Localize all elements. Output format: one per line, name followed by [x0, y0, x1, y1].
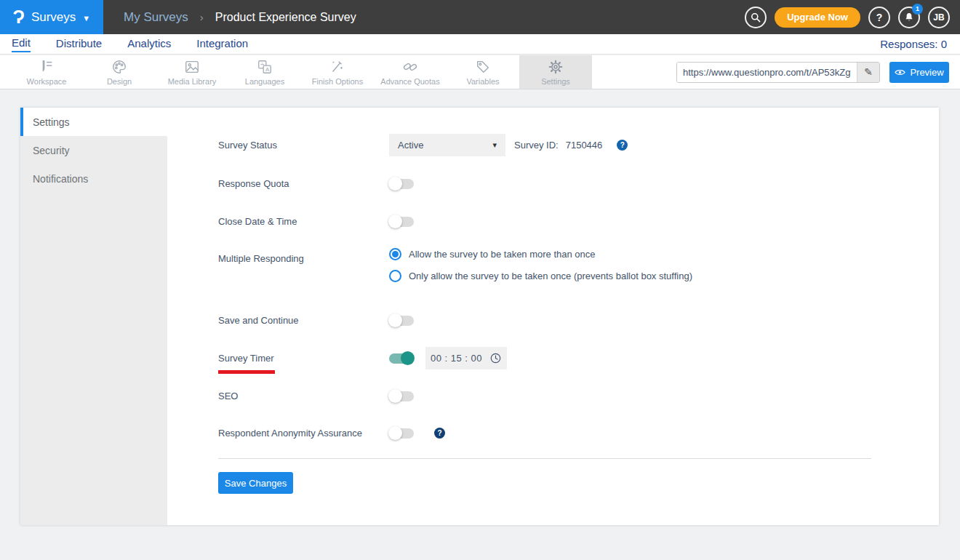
toolbar-item-finish-options[interactable]: Finish Options [301, 55, 374, 89]
save-and-continue-row: Save and Continue [218, 309, 414, 332]
toggle-knob [388, 426, 402, 440]
survey-status-row: Survey Status Active ▾ Survey ID: 715044… [218, 134, 628, 156]
survey-id-group: Survey ID: 7150446 ? [514, 140, 628, 151]
page-title: Product Experience Survey [215, 11, 356, 24]
survey-id-label: Survey ID: [514, 140, 559, 151]
languages-icon: A [257, 59, 273, 75]
tab-edit[interactable]: Edit [12, 36, 31, 52]
survey-id-value: 7150446 [566, 140, 603, 151]
sidebar-item-settings[interactable]: Settings [20, 108, 167, 136]
breadcrumb: My Surveys › Product Experience Survey [124, 10, 356, 25]
radio-option-label: Allow the survey to be taken more than o… [409, 249, 596, 260]
sidebar-item-label: Security [33, 145, 70, 156]
eye-icon [895, 68, 905, 76]
toolbar-item-advance-quotas[interactable]: Advance Quotas [374, 55, 447, 89]
caret-down-icon: ▾ [492, 140, 497, 150]
timer-duration-field[interactable]: 00 : 15 : 00 [425, 347, 507, 369]
chevron-down-icon: ▼ [82, 14, 90, 23]
question-mark-icon: ? [876, 12, 883, 23]
respondent-anonymity-help-icon[interactable]: ? [434, 428, 445, 439]
edit-toolbar: Workspace Design Media Library A Languag… [0, 55, 960, 89]
breadcrumb-separator-icon: › [200, 11, 204, 23]
tab-distribute[interactable]: Distribute [56, 37, 102, 52]
responses-count[interactable]: Responses: 0 [880, 38, 947, 50]
toolbar-item-label: Media Library [168, 77, 217, 86]
product-switcher[interactable]: Ɂ Surveys ▼ [0, 0, 103, 34]
topbar-actions: Upgrade Now ? 1 JB [745, 7, 950, 28]
toggle-knob [388, 215, 402, 228]
workspace-icon [39, 59, 55, 75]
multiple-responding-options: Allow the survey to be taken more than o… [389, 248, 692, 282]
media-library-icon [184, 59, 200, 75]
toolbar-item-design[interactable]: Design [83, 55, 156, 89]
sidebar-item-label: Settings [33, 116, 70, 128]
survey-id-help-icon[interactable]: ? [617, 140, 628, 151]
radio-unselected-icon [389, 270, 401, 282]
radio-option-only-once[interactable]: Only allow the survey to be taken once (… [389, 270, 692, 282]
close-date-toggle[interactable] [389, 217, 414, 227]
tab-analytics[interactable]: Analytics [127, 37, 171, 52]
survey-url-input[interactable] [677, 63, 857, 82]
notifications-button[interactable]: 1 [898, 7, 920, 28]
sidebar-item-notifications[interactable]: Notifications [20, 164, 167, 193]
search-button[interactable] [745, 7, 767, 28]
toolbar-item-media-library[interactable]: Media Library [156, 55, 228, 89]
survey-timer-label: Survey Timer [218, 353, 389, 364]
survey-timer-toggle[interactable] [389, 353, 414, 364]
advance-quotas-icon [402, 59, 418, 75]
toolbar-item-label: Design [107, 77, 132, 86]
toolbar-item-label: Variables [466, 77, 499, 86]
tab-integration[interactable]: Integration [196, 37, 248, 52]
respondent-anonymity-toggle[interactable] [389, 428, 414, 439]
multiple-responding-row: Multiple Responding Allow the survey to … [218, 248, 692, 282]
preview-label: Preview [910, 67, 943, 78]
settings-sidebar: Settings Security Notifications [20, 108, 167, 525]
help-button[interactable]: ? [868, 7, 890, 28]
survey-status-label: Survey Status [218, 140, 389, 151]
upgrade-now-button[interactable]: Upgrade Now [775, 7, 860, 28]
pencil-icon: ✎ [864, 66, 873, 78]
toggle-knob [388, 177, 402, 191]
radio-option-allow-multiple[interactable]: Allow the survey to be taken more than o… [389, 248, 692, 260]
toggle-knob [388, 313, 402, 327]
radio-option-label: Only allow the survey to be taken once (… [409, 271, 692, 281]
preview-button[interactable]: Preview [889, 62, 949, 83]
survey-url-group: ✎ [676, 62, 880, 83]
response-quota-row: Response Quota [218, 172, 414, 195]
seo-toggle[interactable] [389, 391, 414, 401]
toolbar-item-languages[interactable]: A Languages [228, 55, 301, 89]
response-quota-label: Response Quota [218, 178, 389, 189]
form-divider [218, 458, 871, 459]
respondent-anonymity-row: Respondent Anonymity Assurance ? [218, 422, 445, 444]
timer-duration-value: 00 : 15 : 00 [431, 353, 482, 364]
save-changes-button[interactable]: Save Changes [218, 472, 293, 494]
toolbar-item-variables[interactable]: Variables [447, 55, 519, 89]
toolbar-item-workspace[interactable]: Workspace [10, 55, 83, 89]
breadcrumb-parent[interactable]: My Surveys [124, 10, 188, 25]
survey-nav: Edit Distribute Analytics Integration Re… [0, 34, 960, 55]
survey-status-select[interactable]: Active ▾ [389, 134, 505, 156]
toggle-knob [388, 389, 402, 403]
toggle-knob [401, 351, 415, 365]
toolbar-item-label: Finish Options [312, 77, 363, 86]
clock-icon [489, 352, 502, 364]
response-quota-toggle[interactable] [389, 179, 414, 189]
avatar-initials: JB [933, 12, 944, 23]
multiple-responding-label: Multiple Responding [218, 253, 389, 264]
top-bar: Ɂ Surveys ▼ My Surveys › Product Experie… [0, 0, 960, 34]
settings-gear-icon [548, 59, 564, 75]
settings-panel: Settings Security Notifications Survey S… [20, 108, 939, 525]
red-annotation-underline [218, 370, 275, 374]
save-and-continue-label: Save and Continue [218, 315, 389, 326]
sidebar-item-security[interactable]: Security [20, 136, 167, 164]
radio-selected-icon [389, 248, 401, 260]
survey-timer-row: Survey Timer 00 : 15 : 00 [218, 347, 507, 369]
save-and-continue-toggle[interactable] [389, 316, 414, 326]
edit-url-button[interactable]: ✎ [857, 63, 879, 82]
toolbar-item-settings[interactable]: Settings [519, 55, 592, 89]
avatar[interactable]: JB [928, 7, 950, 28]
search-icon [750, 12, 761, 23]
toolbar-right: ✎ Preview [676, 55, 949, 89]
toolbar-item-label: Settings [541, 77, 570, 86]
notification-badge: 1 [912, 4, 923, 15]
